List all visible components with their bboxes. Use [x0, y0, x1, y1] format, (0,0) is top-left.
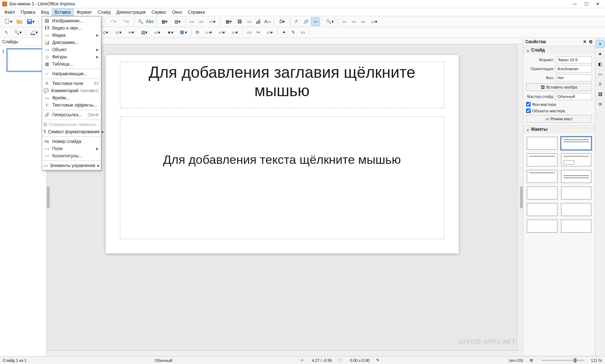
redo-button[interactable]: ↷▾ — [120, 17, 132, 26]
orientation-dropdown[interactable]: Альбомная — [556, 65, 592, 72]
display-views-button[interactable]: ▥▾ — [171, 17, 183, 26]
layout-7[interactable] — [527, 203, 557, 216]
right-panel-collapse-handle[interactable] — [520, 187, 523, 208]
select-tool[interactable]: ↖ — [2, 28, 11, 37]
rotate-button[interactable]: ⟳ — [193, 28, 202, 37]
layout-10[interactable] — [561, 220, 592, 233]
insert-image-bg-button[interactable]: 🖼 Вставить изобра — [526, 83, 592, 91]
menu-tools[interactable]: Сервис — [148, 9, 169, 16]
arrange-button[interactable]: ▭▾ — [215, 28, 228, 37]
slide-layout-button[interactable]: ▭▾ — [368, 17, 380, 26]
fit-page-icon[interactable]: ⊞ — [530, 358, 535, 363]
layout-two-content[interactable] — [561, 153, 592, 166]
menu-edit[interactable]: Правка — [18, 9, 39, 16]
layout-8[interactable] — [561, 203, 592, 216]
glue-button[interactable]: ✎ — [289, 28, 298, 37]
insert-textbox-button[interactable]: A▭ — [263, 17, 272, 26]
status-zoom[interactable]: 111 % — [591, 358, 602, 363]
callout-tool[interactable]: ▭▾ — [151, 28, 163, 37]
signature-icon[interactable]: ✎ — [376, 358, 381, 363]
align-button[interactable]: ▭▾ — [203, 28, 215, 37]
dup-slide-button[interactable]: ▭ — [349, 17, 358, 26]
display-grid-button[interactable]: ▦▾ — [158, 17, 170, 26]
zoom-button[interactable]: 🔍▾ — [324, 17, 336, 26]
fontwork-button[interactable]: F — [292, 17, 301, 26]
background-dropdown[interactable]: Нет — [556, 74, 592, 81]
find-button[interactable]: 🔍 — [136, 17, 145, 26]
menuitem-frame[interactable]: ▭Фрейм... — [42, 94, 101, 102]
tab-animation[interactable]: ◧ — [596, 60, 604, 68]
insert-special-button[interactable]: Ω▾ — [276, 17, 288, 26]
menuitem-guide[interactable]: ↔Направляющая... — [42, 70, 101, 77]
title-placeholder[interactable]: Для добавления заглавия щёлкните мышью — [120, 62, 444, 108]
menuitem-fontwork[interactable]: 𝐹Текстовые эффекты... — [42, 102, 101, 109]
tab-navigator[interactable]: ⟳ — [596, 100, 604, 108]
save-button[interactable]: ▾ — [25, 17, 37, 26]
menuitem-slidenum[interactable]: №Номер слайда — [42, 138, 101, 145]
shadow-button[interactable]: ▭ — [245, 28, 253, 37]
minimize-button[interactable]: — — [573, 1, 577, 6]
menuitem-link[interactable]: 🔗Гиперссылка...Ctrl+K — [42, 111, 101, 118]
master-slide-button[interactable]: ▭ — [187, 17, 196, 26]
filter-button[interactable]: ▭▾ — [263, 28, 276, 37]
master-mode-button[interactable]: ▭ Режим маст — [526, 115, 592, 123]
extrusion-button[interactable]: ▭ — [298, 28, 307, 37]
menuitem-headerfooter[interactable]: ▭Колонтитулы... — [42, 152, 101, 159]
show-draw-button[interactable]: ▭ — [311, 17, 320, 26]
new-slide-button[interactable]: ▭ — [340, 17, 348, 26]
layout-title-only[interactable] — [527, 153, 557, 166]
start-current-button[interactable]: ▭▾ — [206, 17, 218, 26]
spellcheck-button[interactable]: Abc — [146, 17, 154, 26]
slide-thumbnail[interactable]: 1 — [6, 48, 44, 72]
menu-insert[interactable]: Вставка — [52, 9, 74, 16]
insert-table-button[interactable]: ▦▾ — [222, 17, 235, 26]
zoom-slider[interactable] — [541, 360, 584, 361]
horizontal-scrollbar[interactable] — [47, 350, 523, 356]
crop-button[interactable]: ✂ — [254, 28, 263, 37]
hyperlink-button[interactable]: 🔗 — [302, 17, 310, 26]
layout-3[interactable] — [527, 170, 557, 183]
master-bg-checkbox[interactable]: Фон мастера — [526, 102, 592, 107]
menuitem-table[interactable]: ▦Таблица... — [42, 60, 101, 68]
master-slide-dropdown[interactable]: Обычный — [556, 93, 592, 100]
undo-button[interactable]: ↶▾ — [107, 17, 119, 26]
format-dropdown[interactable]: Экран 16:9 — [556, 56, 592, 63]
menuitem-textbox[interactable]: AТекстовое полеF2 — [42, 80, 101, 87]
layout-9[interactable] — [527, 220, 557, 233]
open-button[interactable] — [15, 17, 24, 26]
line-color-button[interactable]: ▾ — [28, 28, 40, 37]
master-obj-checkbox[interactable]: Объекты мастера — [526, 108, 592, 113]
layout-5[interactable] — [527, 187, 557, 199]
menu-format[interactable]: Формат — [74, 9, 95, 16]
menuitem-shapes[interactable]: ◇Фигуры▶ — [42, 53, 101, 60]
maximize-button[interactable]: ☐ — [584, 1, 588, 6]
left-panel-collapse-handle[interactable] — [47, 187, 50, 208]
del-slide-button[interactable]: ▭ — [359, 17, 367, 26]
flowchart-tool[interactable]: ▥▾ — [138, 28, 150, 37]
insert-chart-button[interactable] — [254, 17, 263, 26]
menu-slideshow[interactable]: Демонстрация — [114, 9, 148, 16]
sidebar-close-icon[interactable]: ✕ — [583, 39, 587, 44]
menuitem-field[interactable]: ▭Поле▶ — [42, 145, 101, 152]
menuitem-chart[interactable]: 📊Диаграмма... — [42, 39, 101, 46]
sidebar-settings-icon[interactable]: ⚙ — [589, 39, 593, 44]
layout-6[interactable] — [561, 187, 592, 199]
tab-slide-transition[interactable]: ★ — [596, 50, 604, 58]
menuitem-controls[interactable]: ▭Элементы управления▶ — [42, 162, 101, 169]
tab-styles[interactable]: A — [596, 80, 604, 88]
insert-av-button[interactable]: ▭ — [245, 17, 253, 26]
symbol-shapes-tool[interactable]: ☺▾ — [112, 28, 124, 37]
slide-canvas[interactable]: Для добавления заглавия щёлкните мышью Д… — [106, 55, 459, 253]
new-doc-button[interactable]: ▾ — [2, 17, 14, 26]
menuitem-object[interactable]: ▭Объект▶ — [42, 46, 101, 53]
points-button[interactable]: ✦ — [280, 28, 288, 37]
start-first-button[interactable]: ▭ — [197, 17, 205, 26]
tab-properties[interactable]: ≡ — [596, 40, 604, 48]
insert-image-button[interactable]: 🖼 — [235, 17, 244, 26]
tab-gallery[interactable]: 🖼 — [596, 90, 604, 98]
layout-blank[interactable] — [527, 137, 557, 150]
distribute-button[interactable]: ▭▾ — [228, 28, 241, 37]
menu-view[interactable]: Вид — [38, 9, 52, 16]
star-tool[interactable]: ★▾ — [164, 28, 176, 37]
menu-file[interactable]: Файл — [1, 9, 18, 16]
